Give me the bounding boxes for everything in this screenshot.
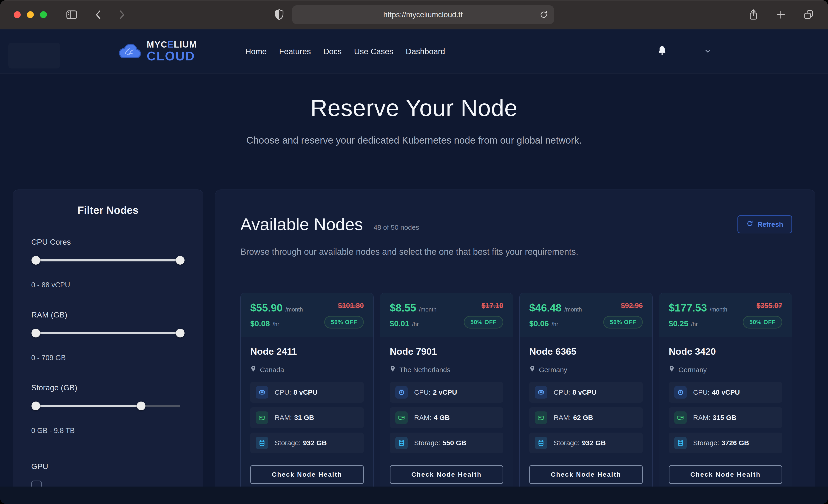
hourly-price: $0.08 <box>250 319 270 328</box>
cpu-slider-max-handle[interactable] <box>176 256 184 265</box>
discount-badge: 50% OFF <box>464 316 503 329</box>
storage-value: 3726 GB <box>721 439 749 447</box>
nav-link-docs[interactable]: Docs <box>323 47 342 56</box>
monthly-price: $55.90 <box>250 302 283 314</box>
cpu-slider-min-handle[interactable] <box>32 256 40 265</box>
nav-link-home[interactable]: Home <box>245 47 266 56</box>
ram-label: RAM: <box>414 414 431 421</box>
hero-section: Reserve Your Node Choose and reserve you… <box>0 74 828 146</box>
cpu-spec-row: CPU:40 vCPU <box>669 382 782 403</box>
cpu-spec-row: CPU:8 vCPU <box>250 382 364 403</box>
discount-badge: 50% OFF <box>603 316 643 329</box>
cpu-label: CPU: <box>414 388 431 396</box>
check-node-health-button[interactable]: Check Node Health <box>390 465 503 484</box>
tab-overview-icon[interactable] <box>803 9 814 20</box>
ram-filter-label: RAM (GB) <box>31 310 185 319</box>
node-location: Germany <box>678 366 707 374</box>
hourly-unit: /hr <box>551 321 558 328</box>
card-price-header: $177.53/month $0.25/hr $355.07 50% OFF <box>659 293 792 337</box>
page-title: Reserve Your Node <box>0 95 828 122</box>
ram-label: RAM: <box>553 414 571 421</box>
forward-button-icon[interactable] <box>117 9 126 20</box>
storage-range-text: 0 GB - 9.8 TB <box>31 427 185 435</box>
refresh-button[interactable]: Refresh <box>738 215 792 234</box>
monthly-price: $177.53 <box>669 302 707 314</box>
zoom-window-button[interactable] <box>40 11 47 18</box>
node-location: Canada <box>260 366 284 374</box>
card-price-header: $55.90/month $0.08/hr $101.80 50% OFF <box>241 293 373 337</box>
ram-slider-max-handle[interactable] <box>176 329 184 337</box>
cpu-slider-track <box>36 259 180 261</box>
url-text: https://myceliumcloud.tf <box>383 10 463 19</box>
storage-icon <box>395 437 408 449</box>
reload-icon[interactable] <box>539 10 548 19</box>
ram-icon <box>674 411 687 424</box>
storage-value: 932 GB <box>303 439 327 447</box>
ram-spec-row: RAM:62 GB <box>529 407 643 428</box>
nav-placeholder-box <box>8 43 60 69</box>
check-node-health-button[interactable]: Check Node Health <box>250 465 364 484</box>
node-name: Node 3420 <box>669 346 782 357</box>
privacy-shield-icon[interactable] <box>274 9 284 21</box>
storage-slider[interactable] <box>31 401 185 411</box>
monthly-unit: /month <box>419 306 437 313</box>
cpu-spec-row: CPU:2 vCPU <box>390 382 503 403</box>
brand-name-bottom: CLOUD <box>147 50 197 62</box>
new-tab-icon[interactable] <box>776 9 786 20</box>
ram-range-text: 0 - 709 GB <box>31 354 185 362</box>
chevron-down-icon[interactable] <box>704 47 712 56</box>
storage-icon <box>535 437 547 449</box>
ram-slider[interactable] <box>31 329 185 338</box>
brand-logo[interactable]: MYCELIUM CLOUD <box>117 40 197 62</box>
storage-filter-label: Storage (GB) <box>31 383 185 392</box>
cpu-filter-label: CPU Cores <box>31 238 185 247</box>
storage-slider-min-handle[interactable] <box>32 402 40 410</box>
ram-slider-track <box>36 332 180 334</box>
nav-link-dashboard[interactable]: Dashboard <box>406 47 445 56</box>
storage-spec-row: Storage:550 GB <box>390 432 503 453</box>
check-node-health-button[interactable]: Check Node Health <box>669 465 782 484</box>
notification-bell-icon[interactable] <box>657 45 667 58</box>
filter-title: Filter Nodes <box>31 204 185 216</box>
browser-toolbar: https://myceliumcloud.tf <box>0 0 828 30</box>
storage-spec-row: Storage:932 GB <box>250 432 364 453</box>
monthly-price: $8.55 <box>390 302 416 314</box>
site-navbar: MYCELIUM CLOUD Home Features Docs Use Ca… <box>0 30 828 74</box>
cpu-icon <box>395 386 408 398</box>
back-button-icon[interactable] <box>94 9 103 20</box>
ram-icon <box>256 411 268 424</box>
sidebar-toggle-icon[interactable] <box>66 9 78 20</box>
hourly-unit: /hr <box>412 321 419 328</box>
close-window-button[interactable] <box>14 11 21 18</box>
panel-subtitle: Browse through our available nodes and s… <box>240 247 792 257</box>
hourly-price: $0.25 <box>669 319 688 328</box>
share-icon[interactable] <box>748 8 758 21</box>
ram-value: 4 GB <box>433 414 450 421</box>
check-node-health-button[interactable]: Check Node Health <box>529 465 643 484</box>
node-card: $8.55/month $0.01/hr $17.10 50% OFF Node… <box>380 293 513 494</box>
monthly-price: $46.48 <box>529 302 562 314</box>
nav-link-features[interactable]: Features <box>279 47 311 56</box>
refresh-icon <box>746 220 753 228</box>
storage-label: Storage: <box>414 439 440 447</box>
nav-link-use-cases[interactable]: Use Cases <box>354 47 393 56</box>
cpu-value: 40 vCPU <box>712 388 740 396</box>
cpu-cores-slider[interactable] <box>31 256 185 265</box>
panel-title: Available Nodes <box>240 215 363 234</box>
cpu-icon <box>256 386 268 398</box>
cpu-icon <box>674 386 687 398</box>
bottom-band <box>0 487 828 504</box>
window-controls <box>14 11 47 18</box>
brand-name-top: MYCELIUM <box>147 40 197 49</box>
node-card: $55.90/month $0.08/hr $101.80 50% OFF No… <box>240 293 374 494</box>
card-price-header: $46.48/month $0.06/hr $92.96 50% OFF <box>520 293 653 337</box>
address-bar[interactable]: https://myceliumcloud.tf <box>292 5 554 24</box>
node-name: Node 2411 <box>250 346 364 357</box>
ram-slider-min-handle[interactable] <box>32 329 40 337</box>
cpu-icon <box>535 386 547 398</box>
storage-slider-max-handle[interactable] <box>137 402 146 410</box>
original-price: $92.96 <box>603 302 643 310</box>
ram-label: RAM: <box>275 414 292 421</box>
minimize-window-button[interactable] <box>27 11 34 18</box>
nav-links: Home Features Docs Use Cases Dashboard <box>245 47 445 56</box>
